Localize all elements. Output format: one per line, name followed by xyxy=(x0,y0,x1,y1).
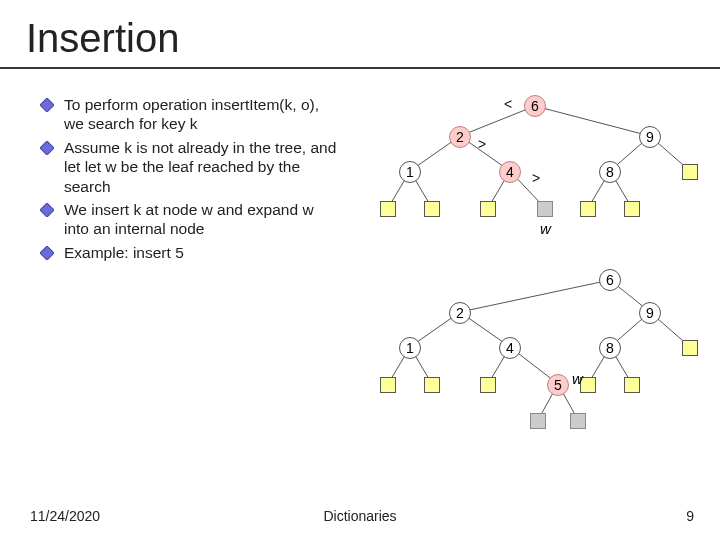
page-title: Insertion xyxy=(26,16,694,61)
node-8: 8 xyxy=(599,161,621,183)
leaf-w-highlight xyxy=(537,201,553,217)
svg-line-16 xyxy=(460,280,610,312)
leaf-new xyxy=(530,413,546,429)
node-2-highlight: 2 xyxy=(449,126,471,148)
leaf-ext xyxy=(580,201,596,217)
node-8: 8 xyxy=(599,337,621,359)
node-2: 2 xyxy=(449,302,471,324)
footer-center: Dictionaries xyxy=(323,508,396,524)
leaf-ext xyxy=(682,164,698,180)
diamond-icon xyxy=(40,203,56,217)
title-bar: Insertion xyxy=(0,16,720,69)
bullet-text: Assume k is not already in the tree, and… xyxy=(64,138,340,196)
svg-rect-3 xyxy=(40,246,54,260)
node-9: 9 xyxy=(639,302,661,324)
diamond-icon xyxy=(40,246,56,260)
bullet-text: We insert k at node w and expand w into … xyxy=(64,200,340,239)
node-4: 4 xyxy=(499,337,521,359)
leaf-ext xyxy=(480,377,496,393)
node-9: 9 xyxy=(639,126,661,148)
svg-line-4 xyxy=(460,106,535,136)
node-6-highlight: 6 xyxy=(524,95,546,117)
node-1: 1 xyxy=(399,161,421,183)
bullet-item: We insert k at node w and expand w into … xyxy=(40,200,340,239)
footer-date: 11/24/2020 xyxy=(30,508,100,524)
leaf-ext xyxy=(380,377,396,393)
label-w: w xyxy=(572,370,583,387)
bullet-item: To perform operation insertItem(k, o), w… xyxy=(40,95,340,134)
node-4-highlight: 4 xyxy=(499,161,521,183)
bullet-item: Example: insert 5 xyxy=(40,243,340,262)
svg-rect-1 xyxy=(40,141,54,155)
svg-line-5 xyxy=(535,106,650,136)
svg-rect-2 xyxy=(40,203,54,217)
label-w: w xyxy=(540,220,551,237)
leaf-ext xyxy=(480,201,496,217)
leaf-ext xyxy=(380,201,396,217)
leaf-ext xyxy=(624,377,640,393)
bullet-text: Example: insert 5 xyxy=(64,243,184,262)
svg-rect-0 xyxy=(40,98,54,112)
leaf-ext xyxy=(624,201,640,217)
tree-after: 6 2 9 1 4 8 5 w xyxy=(360,262,700,462)
tree-before: 6 2 9 1 4 8 < > > w xyxy=(360,86,700,256)
bullet-list: To perform operation insertItem(k, o), w… xyxy=(40,95,340,266)
footer-page: 9 xyxy=(686,508,694,524)
leaf-ext xyxy=(424,377,440,393)
node-6: 6 xyxy=(599,269,621,291)
bullet-text: To perform operation insertItem(k, o), w… xyxy=(64,95,340,134)
leaf-new xyxy=(570,413,586,429)
bullet-item: Assume k is not already in the tree, and… xyxy=(40,138,340,196)
compare-gt: > xyxy=(478,136,486,152)
diamond-icon xyxy=(40,98,56,112)
leaf-ext xyxy=(424,201,440,217)
compare-lt: < xyxy=(504,96,512,112)
compare-gt: > xyxy=(532,170,540,186)
diamond-icon xyxy=(40,141,56,155)
node-5-inserted: 5 xyxy=(547,374,569,396)
node-1: 1 xyxy=(399,337,421,359)
leaf-ext xyxy=(682,340,698,356)
